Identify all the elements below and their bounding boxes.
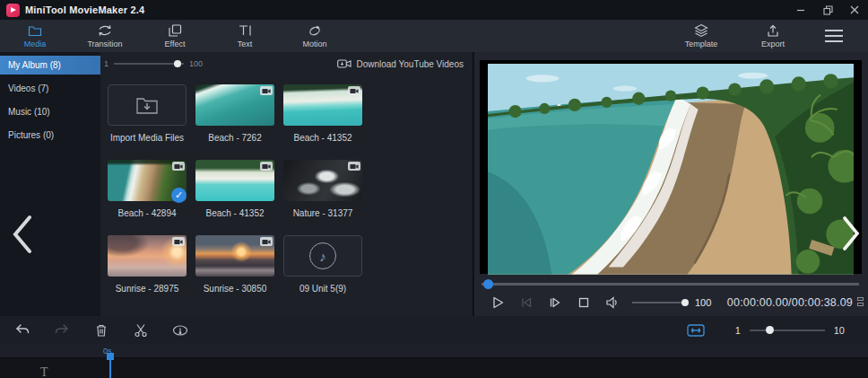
- sidebar-item-music[interactable]: Music (10): [0, 102, 100, 121]
- library-topbar: 1 100 Download YouTube Videos: [100, 52, 473, 75]
- volume-button[interactable]: [598, 292, 627, 313]
- split-button[interactable]: [133, 322, 149, 338]
- speed-control-button[interactable]: [172, 322, 188, 338]
- tab-text[interactable]: Text: [210, 20, 280, 52]
- thumb-size-min: 1: [104, 59, 108, 68]
- playhead-handle[interactable]: [107, 353, 114, 360]
- playhead-line: [109, 360, 111, 378]
- media-thumbnail[interactable]: [283, 160, 362, 201]
- music-note-icon: ♪: [309, 242, 336, 269]
- media-library-panel: 1 100 Download YouTube Videos Import Med…: [100, 52, 473, 316]
- play-icon: [490, 295, 505, 310]
- toolbar-right-cluster: Template Export: [665, 20, 868, 52]
- video-camera-badge-icon: [348, 162, 360, 171]
- media-grid: Import Media Files Beach - 7262 Beach - …: [108, 84, 362, 294]
- tab-media[interactable]: Media: [0, 20, 70, 52]
- selected-check-icon: ✓: [171, 188, 187, 203]
- next-frame-icon: [548, 295, 562, 310]
- timeline-toolbar: 1 10: [0, 316, 868, 344]
- video-camera-badge-icon: [260, 86, 273, 95]
- undo-icon: [14, 322, 30, 338]
- tab-transition[interactable]: Transition: [70, 20, 140, 52]
- window-title: MiniTool MovieMaker 2.4: [25, 4, 144, 15]
- preview-panel: 100 00:00:00.00/00:00:38.09: [474, 52, 868, 316]
- next-frame-button[interactable]: [541, 292, 569, 313]
- media-thumbnail[interactable]: [195, 84, 274, 126]
- sidebar-item-my-album[interactable]: My Album (8): [0, 56, 100, 75]
- media-item: Beach - 41352: [195, 160, 274, 218]
- tab-transition-label: Transition: [87, 40, 122, 48]
- media-item: Sunrise - 28975: [108, 235, 187, 294]
- tab-effect[interactable]: Effect: [140, 20, 210, 52]
- media-item-label: Sunrise - 30850: [195, 284, 274, 294]
- minimize-icon: [796, 5, 805, 14]
- stop-icon: [577, 296, 590, 309]
- stop-button[interactable]: [569, 292, 598, 313]
- thumb-size-slider-thumb[interactable]: [174, 60, 181, 67]
- media-thumbnail[interactable]: ✓: [108, 160, 187, 201]
- redo-button[interactable]: [54, 322, 70, 338]
- template-button[interactable]: Template: [665, 20, 737, 52]
- scissors-icon: [133, 322, 149, 338]
- fullscreen-icon[interactable]: [857, 297, 866, 308]
- previous-frame-icon: [519, 295, 534, 310]
- fit-timeline-button[interactable]: [687, 324, 705, 337]
- video-camera-download-icon: [337, 58, 352, 69]
- tab-media-label: Media: [24, 40, 47, 48]
- template-label: Template: [685, 40, 718, 48]
- seek-thumb[interactable]: [483, 279, 493, 289]
- template-layers-icon: [694, 23, 708, 38]
- seek-bar[interactable]: [482, 279, 859, 288]
- sidebar-item-label: Music (10): [8, 107, 50, 117]
- volume-slider[interactable]: [632, 302, 688, 303]
- volume-slider-thumb[interactable]: [681, 299, 689, 306]
- close-button[interactable]: [841, 0, 868, 20]
- menu-button[interactable]: [809, 20, 859, 52]
- next-panel-button[interactable]: [841, 215, 861, 252]
- minimize-button[interactable]: [787, 0, 814, 20]
- app-logo-icon: [6, 4, 20, 17]
- volume-value: 100: [695, 297, 711, 308]
- download-youtube-button[interactable]: Download YouTube Videos: [337, 58, 464, 69]
- media-thumbnail[interactable]: [108, 235, 187, 277]
- media-item: Beach - 7262: [195, 84, 274, 143]
- previous-frame-button[interactable]: [512, 292, 541, 313]
- export-button[interactable]: Export: [737, 20, 809, 52]
- maximize-icon: [823, 5, 833, 15]
- timeline-zoom-thumb[interactable]: [766, 326, 774, 334]
- timeline-playhead[interactable]: [107, 353, 114, 378]
- import-media-button[interactable]: [108, 84, 187, 126]
- maximize-button[interactable]: [814, 0, 841, 20]
- text-icon: [238, 23, 252, 38]
- media-folder-icon: [28, 23, 42, 38]
- thumb-size-slider[interactable]: [114, 63, 184, 65]
- chevron-left-icon: [11, 214, 34, 255]
- speed-control-icon: [172, 322, 188, 338]
- timeline-ruler[interactable]: 0s: [0, 344, 868, 358]
- video-camera-badge-icon: [260, 237, 273, 246]
- timecode-display: 00:00:00.00/00:00:38.09: [727, 296, 853, 309]
- media-item-import: Import Media Files: [108, 84, 187, 143]
- media-thumbnail[interactable]: [195, 160, 274, 201]
- seek-track[interactable]: [482, 283, 859, 286]
- transition-icon: [98, 23, 112, 38]
- sidebar-item-pictures[interactable]: Pictures (0): [0, 126, 100, 145]
- media-thumbnail[interactable]: ♪: [283, 235, 362, 277]
- sidebar-list: My Album (8) Videos (7) Music (10) Pictu…: [0, 52, 100, 145]
- media-thumbnail[interactable]: [195, 235, 274, 277]
- undo-button[interactable]: [14, 322, 30, 338]
- app-window: MiniTool MovieMaker 2.4 Media Transition…: [0, 0, 868, 378]
- collapse-panel-button[interactable]: [11, 214, 34, 255]
- video-frame-beach-scene: [488, 64, 854, 275]
- sidebar-item-videos[interactable]: Videos (7): [0, 79, 100, 98]
- chevron-right-icon: [841, 215, 861, 252]
- media-thumbnail[interactable]: [283, 84, 362, 126]
- sidebar-item-label: Videos (7): [8, 84, 48, 93]
- media-item-label: Import Media Files: [108, 133, 187, 143]
- video-camera-badge-icon: [260, 162, 273, 171]
- timeline-zoom-slider[interactable]: [750, 330, 825, 331]
- tab-motion[interactable]: Motion: [280, 20, 350, 52]
- delete-button[interactable]: [93, 322, 109, 338]
- playback-controls: 100 00:00:00.00/00:00:38.09: [483, 291, 866, 314]
- play-button[interactable]: [483, 292, 512, 313]
